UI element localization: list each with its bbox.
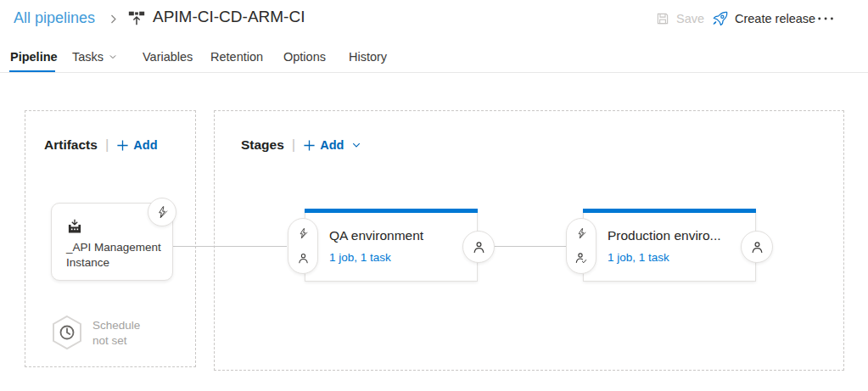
schedule-trigger-button[interactable]: Schedule not set xyxy=(50,315,152,350)
save-icon xyxy=(655,11,670,26)
artifact-icon xyxy=(66,218,83,235)
artifacts-panel: Artifacts | Add _API Management Instance xyxy=(25,110,196,367)
add-plus-icon xyxy=(116,139,129,152)
stages-panel: Stages | Add QA environment 1 job, 1 tas… xyxy=(214,110,844,371)
create-release-button-label: Create release xyxy=(735,12,815,25)
add-stage-label: Add xyxy=(320,138,344,152)
tab-retention[interactable]: Retention xyxy=(210,50,263,64)
save-button[interactable]: Save xyxy=(655,11,704,26)
stage-card-qa[interactable]: QA environment 1 job, 1 task xyxy=(305,209,478,282)
qa-to-production-connector xyxy=(494,246,566,247)
stage-jobs-link-production[interactable]: 1 job, 1 task xyxy=(608,251,669,264)
create-release-button[interactable]: Create release xyxy=(712,10,815,27)
tab-tasks-label: Tasks xyxy=(72,50,104,64)
tab-pipeline-label: Pipeline xyxy=(10,50,58,64)
tab-history-label: History xyxy=(349,50,387,64)
pre-deploy-trigger-icon xyxy=(575,227,587,239)
pre-deploy-trigger-icon xyxy=(297,227,309,239)
stage-name-qa: QA environment xyxy=(329,228,423,243)
tasks-chevron-icon xyxy=(109,53,117,61)
pre-deploy-person-icon xyxy=(297,252,310,265)
release-pipeline-icon xyxy=(127,8,146,27)
tab-variables[interactable]: Variables xyxy=(143,50,193,64)
post-deploy-person-icon xyxy=(472,240,486,254)
artifacts-title: Artifacts xyxy=(44,137,98,153)
schedule-status-text: Schedule not set xyxy=(92,315,152,350)
breadcrumb-all-pipelines-link[interactable]: All pipelines xyxy=(14,9,95,27)
schedule-clock-icon xyxy=(50,315,84,350)
tab-options[interactable]: Options xyxy=(283,50,326,64)
stage-jobs-link-qa[interactable]: 1 job, 1 task xyxy=(329,251,391,264)
page-title: APIM-CI-CD-ARM-CI xyxy=(153,8,305,26)
tab-variables-label: Variables xyxy=(143,50,193,64)
artifacts-separator: | xyxy=(105,137,109,154)
post-deployment-conditions-production[interactable] xyxy=(741,231,773,263)
add-artifact-button[interactable]: Add xyxy=(116,138,157,152)
save-button-label: Save xyxy=(676,12,704,25)
pre-deployment-conditions-production[interactable] xyxy=(566,218,596,274)
stages-separator: | xyxy=(292,137,295,154)
tab-tasks[interactable]: Tasks xyxy=(72,50,117,64)
stage-card-production[interactable]: Production enviro... 1 job, 1 task xyxy=(583,209,756,282)
continuous-deployment-trigger-badge[interactable] xyxy=(148,198,176,226)
more-icon xyxy=(817,11,836,26)
add-stage-button[interactable]: Add xyxy=(303,138,361,152)
post-deploy-person-icon xyxy=(750,240,764,254)
stages-panel-header: Stages | Add xyxy=(241,137,361,154)
artifact-to-qa-connector xyxy=(172,246,287,247)
tab-history[interactable]: History xyxy=(349,50,387,64)
stage-name-production: Production enviro... xyxy=(608,228,721,243)
create-release-icon xyxy=(712,10,729,27)
artifacts-panel-header: Artifacts | Add xyxy=(44,137,158,154)
more-button[interactable] xyxy=(817,11,836,26)
add-plus-icon xyxy=(303,139,316,152)
pre-deployment-conditions-qa[interactable] xyxy=(288,218,318,274)
artifact-name: _API Management Instance xyxy=(66,240,168,270)
tab-pipeline[interactable]: Pipeline xyxy=(10,50,58,64)
add-artifact-label: Add xyxy=(133,138,157,152)
stage-accent-bar xyxy=(583,209,756,213)
stage-accent-bar xyxy=(305,209,478,213)
tab-retention-label: Retention xyxy=(210,50,263,64)
tabbar-divider xyxy=(0,72,868,73)
stages-title: Stages xyxy=(241,137,284,153)
post-deployment-conditions-qa[interactable] xyxy=(462,231,495,263)
breadcrumb-chevron-icon xyxy=(108,14,119,25)
tab-options-label: Options xyxy=(283,50,326,64)
add-chevron-icon xyxy=(351,140,361,150)
pre-deploy-person-check-icon xyxy=(574,251,588,265)
cd-trigger-lightning-icon xyxy=(155,205,169,219)
